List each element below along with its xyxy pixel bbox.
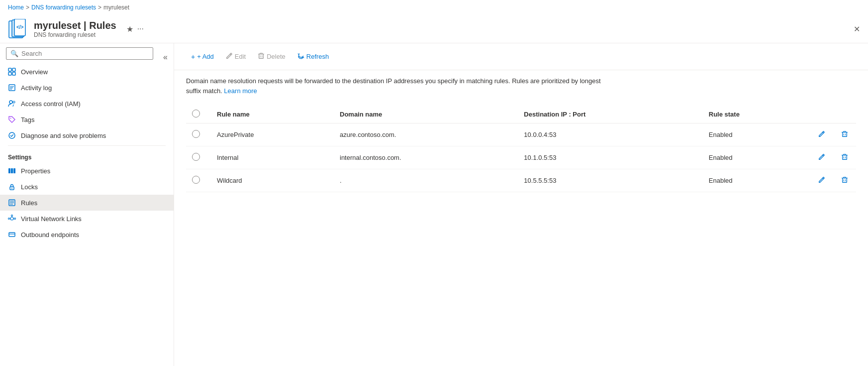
row-radio-2[interactable] <box>192 176 200 184</box>
row-rule-state-1: Enabled <box>703 146 810 169</box>
sidebar-item-overview[interactable]: Overview <box>0 64 174 80</box>
sidebar-item-access-control-label: Access control (IAM) <box>21 100 81 108</box>
table-header-select <box>186 106 211 123</box>
learn-more-link[interactable]: Learn more <box>224 87 257 95</box>
refresh-label: Refresh <box>306 53 329 60</box>
sidebar-item-activity-log[interactable]: Activity log <box>0 80 174 96</box>
svg-rect-50 <box>843 178 847 183</box>
svg-rect-45 <box>843 155 847 160</box>
locks-icon <box>8 183 16 191</box>
sidebar-item-tags-label: Tags <box>21 116 34 123</box>
virtual-network-links-icon <box>8 215 16 223</box>
row-edit-button-1[interactable] <box>816 151 827 164</box>
access-control-icon <box>8 100 16 108</box>
close-icon[interactable]: ✕ <box>854 24 860 34</box>
row-radio-1[interactable] <box>192 153 200 161</box>
sidebar-item-access-control[interactable]: Access control (IAM) <box>0 96 174 112</box>
svg-rect-16 <box>8 168 10 173</box>
properties-icon <box>8 167 16 175</box>
row-dest-ip-0: 10.0.0.4:53 <box>518 123 702 146</box>
overview-icon <box>8 68 16 76</box>
row-delete-cell-0 <box>833 123 856 146</box>
resource-subtitle: DNS forwarding ruleset <box>34 31 116 38</box>
svg-point-14 <box>10 118 11 119</box>
search-input[interactable] <box>21 50 149 57</box>
svg-point-27 <box>14 218 16 220</box>
search-box[interactable]: 🔍 <box>6 47 153 60</box>
sidebar-item-activity-log-label: Activity log <box>21 84 52 92</box>
sidebar-item-virtual-network-links-label: Virtual Network Links <box>21 215 82 223</box>
sidebar-item-outbound-endpoints-label: Outbound endpoints <box>21 231 79 239</box>
svg-point-25 <box>10 217 13 220</box>
sidebar-item-outbound-endpoints[interactable]: Outbound endpoints <box>0 227 174 243</box>
svg-text:</>: </> <box>16 24 24 30</box>
edit-icon <box>226 52 233 61</box>
breadcrumb-dns[interactable]: DNS forwarding rulesets <box>31 4 96 11</box>
table-header-rule-name: Rule name <box>211 106 334 123</box>
resource-title-area: myruleset | Rules DNS forwarding ruleset <box>34 20 116 38</box>
sidebar-item-diagnose-label: Diagnose and solve problems <box>21 132 106 139</box>
sidebar-item-locks[interactable]: Locks <box>0 179 174 195</box>
delete-button[interactable]: Delete <box>253 49 290 64</box>
info-text: Domain name resolution requests will be … <box>174 70 622 102</box>
edit-button[interactable]: Edit <box>221 49 251 64</box>
row-edit-button-2[interactable] <box>816 174 827 187</box>
diagnose-icon <box>8 131 16 139</box>
header-radio[interactable] <box>192 110 200 118</box>
sidebar-item-rules-label: Rules <box>21 199 37 207</box>
sidebar-item-rules[interactable]: Rules <box>0 195 174 211</box>
table-row: Internal internal.contoso.com. 10.1.0.5:… <box>186 146 856 169</box>
row-rule-state-2: Enabled <box>703 169 810 192</box>
refresh-icon <box>297 52 304 61</box>
svg-point-12 <box>9 101 12 104</box>
sidebar-item-properties[interactable]: Properties <box>0 163 174 179</box>
rules-table: Rule name Domain name Destination IP : P… <box>186 106 856 192</box>
favorite-icon[interactable]: ★ <box>126 24 133 34</box>
row-domain-name-2: . <box>334 169 518 192</box>
sidebar: 🔍 « Overview <box>0 43 174 366</box>
more-options-icon[interactable]: ··· <box>137 24 144 33</box>
delete-icon <box>258 52 265 61</box>
svg-point-20 <box>11 188 12 189</box>
resource-header: </> myruleset | Rules DNS forwarding rul… <box>0 15 868 43</box>
row-delete-button-2[interactable] <box>839 174 850 187</box>
row-radio-cell <box>186 146 211 169</box>
row-radio-cell <box>186 169 211 192</box>
add-button[interactable]: + + Add <box>186 50 219 64</box>
sidebar-item-locks-label: Locks <box>21 183 38 191</box>
table-header-row: Rule name Domain name Destination IP : P… <box>186 106 856 123</box>
table-header-actions2 <box>833 106 856 123</box>
row-delete-cell-1 <box>833 146 856 169</box>
breadcrumb-home[interactable]: Home <box>8 4 24 11</box>
sidebar-item-tags[interactable]: Tags <box>0 112 174 127</box>
sidebar-item-diagnose[interactable]: Diagnose and solve problems <box>0 127 174 143</box>
svg-point-30 <box>11 215 13 217</box>
row-rule-state-0: Enabled <box>703 123 810 146</box>
row-domain-name-1: internal.contoso.com. <box>334 146 518 169</box>
svg-rect-32 <box>9 233 15 237</box>
row-edit-cell-1 <box>810 146 833 169</box>
outbound-endpoints-icon <box>8 231 16 239</box>
sidebar-item-overview-label: Overview <box>21 68 48 76</box>
row-rule-name-0: AzurePrivate <box>211 123 334 146</box>
row-dest-ip-2: 10.5.5.5:53 <box>518 169 702 192</box>
svg-rect-40 <box>843 132 847 137</box>
row-delete-button-1[interactable] <box>839 151 850 164</box>
table-row: AzurePrivate azure.contoso.com. 10.0.0.4… <box>186 123 856 146</box>
row-edit-button-0[interactable] <box>816 128 827 141</box>
collapse-button[interactable]: « <box>159 51 172 64</box>
breadcrumb: Home > DNS forwarding rulesets > myrules… <box>0 0 868 15</box>
row-radio-0[interactable] <box>192 130 200 138</box>
content-area: + + Add Edit Delete <box>174 43 868 366</box>
settings-section-label: Settings <box>0 148 174 163</box>
row-delete-button-0[interactable] <box>839 128 850 141</box>
rules-table-container: Rule name Domain name Destination IP : P… <box>174 102 868 366</box>
edit-label: Edit <box>235 53 246 60</box>
svg-rect-4 <box>8 68 11 71</box>
settings-divider <box>8 145 166 146</box>
row-edit-cell-2 <box>810 169 833 192</box>
row-domain-name-0: azure.contoso.com. <box>334 123 518 146</box>
row-dest-ip-1: 10.1.0.5:53 <box>518 146 702 169</box>
refresh-button[interactable]: Refresh <box>292 49 334 64</box>
sidebar-item-virtual-network-links[interactable]: Virtual Network Links <box>0 211 174 227</box>
